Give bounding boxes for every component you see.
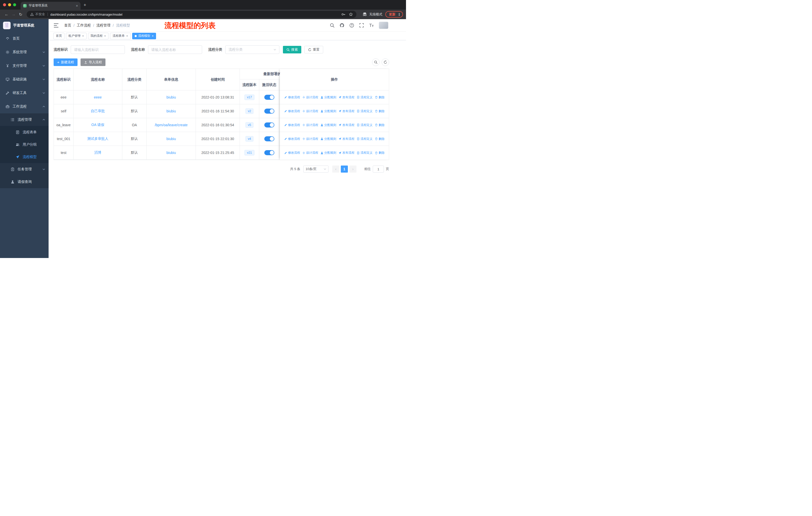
form-link[interactable]: biubiu <box>166 151 176 155</box>
sidebar-item-workflow[interactable]: 工作流程 <box>0 100 49 113</box>
close-tag-icon[interactable] <box>152 34 154 37</box>
back-button[interactable]: ← <box>3 12 10 17</box>
version-badge[interactable]: v17 <box>244 94 254 100</box>
name-filter-input[interactable] <box>148 45 202 54</box>
design-flow-link[interactable]: 设计流程 <box>302 151 318 155</box>
github-icon[interactable] <box>340 23 344 28</box>
publish-flow-link[interactable]: 发布流程 <box>339 109 354 113</box>
key-filter-input[interactable] <box>71 45 125 54</box>
active-toggle[interactable] <box>264 136 274 141</box>
bookmark-star-icon[interactable] <box>349 12 353 17</box>
sidebar-item-devtools[interactable]: 研发工具 <box>0 86 49 100</box>
edit-flow-link[interactable]: 修改流程 <box>284 109 300 113</box>
sidebar-item-task-mgmt[interactable]: 任务管理 <box>0 163 49 175</box>
design-flow-link[interactable]: 设计流程 <box>302 123 318 127</box>
sidebar-item-leave-query[interactable]: 请假查询 <box>0 175 49 188</box>
close-tag-icon[interactable] <box>126 34 128 37</box>
minimize-window-button[interactable] <box>8 3 11 6</box>
tag-process-model[interactable]: 流程模型 <box>132 33 156 39</box>
assign-rule-link[interactable]: 分配规则 <box>320 109 336 113</box>
active-toggle[interactable] <box>264 150 274 155</box>
delete-link[interactable]: 删除 <box>375 123 385 127</box>
tag-my-process[interactable]: 我的流程 <box>88 33 109 39</box>
sidebar-item-home[interactable]: 首页 <box>0 32 49 45</box>
sidebar-logo[interactable]: 芋道管理系统 <box>0 19 49 32</box>
delete-link[interactable]: 删除 <box>375 109 385 113</box>
password-key-icon[interactable] <box>341 12 345 17</box>
form-link[interactable]: biubiu <box>166 137 176 141</box>
avatar[interactable] <box>379 22 388 29</box>
form-link[interactable]: /bpm/oa/leave/create <box>155 123 188 127</box>
delete-link[interactable]: 删除 <box>375 151 385 155</box>
collapse-sidebar-icon[interactable] <box>54 23 59 28</box>
model-name-link[interactable]: 测试多审批人 <box>87 137 109 141</box>
breadcrumb-home[interactable]: 首页 <box>64 23 71 28</box>
reset-button[interactable]: 重置 <box>304 46 323 53</box>
version-badge[interactable]: v2 <box>245 108 254 114</box>
flow-definition-link[interactable]: 流程定义 <box>357 123 373 127</box>
sidebar-item-system[interactable]: 系统管理 <box>0 45 49 59</box>
close-tag-icon[interactable] <box>82 34 84 37</box>
form-link[interactable]: biubiu <box>166 109 176 113</box>
sidebar-item-process-form[interactable]: 流程表单 <box>0 126 49 138</box>
assign-rule-link[interactable]: 分配规则 <box>320 137 336 141</box>
version-badge[interactable]: v5 <box>245 122 254 128</box>
assign-rule-link[interactable]: 分配规则 <box>320 123 336 127</box>
tag-home[interactable]: 首页 <box>53 33 64 39</box>
active-toggle[interactable] <box>264 95 274 100</box>
flow-definition-link[interactable]: 流程定义 <box>357 151 373 155</box>
flow-definition-link[interactable]: 流程定义 <box>357 95 373 100</box>
active-toggle[interactable] <box>264 109 274 114</box>
breadcrumb-process-mgmt[interactable]: 流程管理 <box>96 23 111 28</box>
sidebar-item-process-model[interactable]: 流程模型 <box>0 151 49 163</box>
model-name-link[interactable]: 自己审批 <box>91 109 105 113</box>
design-flow-link[interactable]: 设计流程 <box>302 95 318 100</box>
edit-flow-link[interactable]: 修改流程 <box>284 95 300 100</box>
forward-button[interactable]: → <box>10 12 17 17</box>
assign-rule-link[interactable]: 分配规则 <box>320 151 336 155</box>
close-window-button[interactable] <box>3 3 6 6</box>
model-name-link[interactable]: 滔博 <box>94 151 102 155</box>
version-badge[interactable]: v4 <box>245 136 254 142</box>
sidebar-item-payment[interactable]: 支付管理 <box>0 59 49 73</box>
edit-flow-link[interactable]: 修改流程 <box>284 151 300 155</box>
delete-link[interactable]: 删除 <box>375 95 385 100</box>
import-flow-button[interactable]: 导入流程 <box>81 58 106 66</box>
edit-flow-link[interactable]: 修改流程 <box>284 123 300 127</box>
browser-menu-icon[interactable] <box>398 12 401 17</box>
url-bar[interactable]: 不安全 dashboard.yudao.iocoder.cn/bpm/manag… <box>27 11 356 18</box>
publish-flow-link[interactable]: 发布流程 <box>339 137 354 141</box>
search-button[interactable]: 搜索 <box>283 46 301 53</box>
security-warning[interactable]: 不安全 <box>30 12 45 17</box>
design-flow-link[interactable]: 设计流程 <box>302 137 318 141</box>
model-name-link[interactable]: OA 请假 <box>91 123 104 127</box>
design-flow-link[interactable]: 设计流程 <box>302 109 318 113</box>
active-toggle[interactable] <box>264 123 274 128</box>
flow-definition-link[interactable]: 流程定义 <box>357 109 373 113</box>
tag-process-form[interactable]: 流程表单 <box>110 33 130 39</box>
search-toggle-button[interactable] <box>372 58 380 66</box>
zoom-window-button[interactable] <box>13 3 16 6</box>
new-tab-button[interactable] <box>84 2 86 8</box>
page-1-button[interactable]: 1 <box>341 166 348 172</box>
tag-tenant-mgmt[interactable]: 租户管理 <box>66 33 87 39</box>
model-name-link[interactable]: eeee <box>94 95 102 99</box>
breadcrumb-workflow[interactable]: 工作流程 <box>77 23 91 28</box>
publish-flow-link[interactable]: 发布流程 <box>339 95 354 100</box>
reload-button[interactable]: ↻ <box>17 12 24 17</box>
form-link[interactable]: biubiu <box>166 95 176 99</box>
goto-page-input[interactable] <box>373 166 384 172</box>
sidebar-item-infrastructure[interactable]: 基础设施 <box>0 73 49 86</box>
close-tag-icon[interactable] <box>104 34 106 37</box>
fullscreen-icon[interactable] <box>359 23 364 28</box>
refresh-button[interactable] <box>382 58 389 66</box>
font-size-icon[interactable] <box>369 23 374 28</box>
delete-link[interactable]: 删除 <box>375 137 385 141</box>
flow-definition-link[interactable]: 流程定义 <box>357 137 373 141</box>
next-page-button[interactable] <box>349 166 356 172</box>
page-size-select[interactable]: 10条/页 <box>303 166 328 172</box>
update-button[interactable]: 更新 <box>385 11 403 18</box>
publish-flow-link[interactable]: 发布流程 <box>339 151 354 155</box>
sidebar-item-process-mgmt[interactable]: 流程管理 <box>0 113 49 126</box>
category-select[interactable]: 流程分类 <box>225 45 280 54</box>
